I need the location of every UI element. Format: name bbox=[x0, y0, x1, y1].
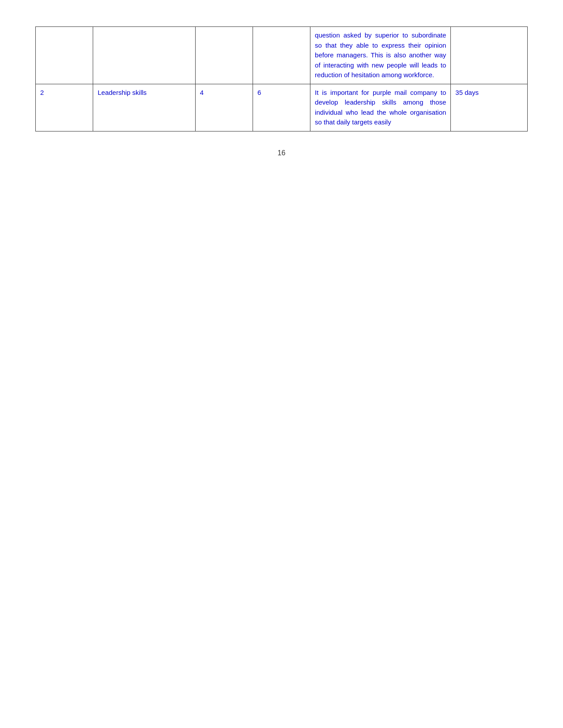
page-container: question asked by superior to subordinat… bbox=[0, 0, 563, 728]
cell-row1-col3 bbox=[195, 27, 253, 84]
cell-row2-col2: Leadership skills bbox=[93, 84, 195, 131]
cell-row1-col4 bbox=[253, 27, 310, 84]
page-number: 16 bbox=[278, 149, 286, 157]
cell-row1-col1 bbox=[36, 27, 93, 84]
table-row: 2 Leadership skills 4 6 It is important … bbox=[36, 84, 528, 131]
cell-row1-col2 bbox=[93, 27, 195, 84]
cell-row2-col5: It is important for purple mail company … bbox=[310, 84, 451, 131]
cell-row1-col6 bbox=[451, 27, 528, 84]
table-row: question asked by superior to subordinat… bbox=[36, 27, 528, 84]
cell-row2-col1: 2 bbox=[36, 84, 93, 131]
cell-row2-col6: 35 days bbox=[451, 84, 528, 131]
cell-row1-col5: question asked by superior to subordinat… bbox=[310, 27, 451, 84]
cell-row2-col4: 6 bbox=[253, 84, 310, 131]
main-table: question asked by superior to subordinat… bbox=[35, 26, 528, 131]
cell-row2-col3: 4 bbox=[195, 84, 253, 131]
